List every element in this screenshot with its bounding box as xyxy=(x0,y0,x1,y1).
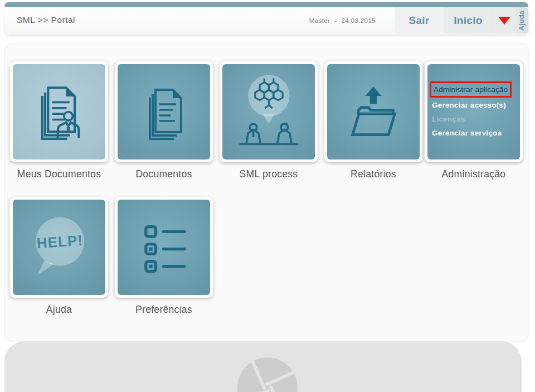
tile-label: Documentos xyxy=(111,168,217,180)
tile-label: Relatórios xyxy=(320,168,426,180)
separator: - xyxy=(334,17,337,24)
home-label: Início xyxy=(454,14,482,27)
checklist-icon xyxy=(135,219,193,277)
breadcrumb: SML >> Portal xyxy=(17,15,75,25)
tile-label: Administração xyxy=(421,168,527,180)
tile-face: HELP! xyxy=(13,200,105,295)
admin-menu-item-licencas[interactable]: Licenças xyxy=(432,114,520,124)
tile-label: SML process xyxy=(216,168,322,180)
logout-button[interactable]: Sair xyxy=(395,7,444,33)
admin-menu: Administrar aplicação Gerenciar acesso(s… xyxy=(427,64,520,159)
tile-face xyxy=(13,64,105,159)
tile-ajuda[interactable]: HELP! xyxy=(10,197,108,298)
tile-preferencias[interactable] xyxy=(115,197,213,298)
header-bar: SML >> Portal Master-24.03.2015 Sair Iní… xyxy=(4,7,528,35)
footer xyxy=(4,341,522,392)
tile-face xyxy=(118,64,210,159)
tile-documentos[interactable] xyxy=(115,61,213,162)
pinwheel-logo-icon xyxy=(231,355,304,392)
red-triangle-down-icon xyxy=(498,17,510,25)
tile-relatorios[interactable] xyxy=(324,61,422,162)
dropdown-arrow-button[interactable] xyxy=(493,7,515,33)
tile-face: Administrar aplicação Gerenciar acesso(s… xyxy=(427,64,520,159)
help-side-tab[interactable]: Ajuda xyxy=(515,7,528,33)
header-top-strip xyxy=(4,2,528,7)
admin-menu-item-administrar-aplicacao[interactable]: Administrar aplicação xyxy=(430,81,512,98)
user-date-info: Master-24.03.2015 xyxy=(307,17,378,24)
tile-administracao[interactable]: Administrar aplicação Gerenciar acesso(s… xyxy=(425,61,523,162)
logout-label: Sair xyxy=(408,14,429,27)
my-documents-icon xyxy=(30,83,88,141)
tile-label: Preferências xyxy=(111,304,217,316)
home-button[interactable]: Início xyxy=(444,7,493,33)
tile-face xyxy=(327,64,420,159)
portal-page: SML >> Portal Master-24.03.2015 Sair Iní… xyxy=(0,0,535,392)
help-tab-label: Ajuda xyxy=(518,10,526,30)
tile-sml-process[interactable] xyxy=(220,61,318,162)
footer-logo xyxy=(231,355,304,392)
documents-stack-icon xyxy=(136,84,192,140)
tile-meus-documentos[interactable] xyxy=(10,61,108,162)
admin-menu-item-gerenciar-servicos[interactable]: Gerenciar serviços xyxy=(432,128,520,138)
process-discussion-icon xyxy=(231,71,307,152)
help-text: HELP! xyxy=(36,232,83,252)
admin-menu-item-gerenciar-acessos[interactable]: Gerenciar acesso(s) xyxy=(432,100,520,110)
user-name: Master xyxy=(309,17,330,24)
tile-label: Meus Documentos xyxy=(6,168,112,180)
folder-upload-icon xyxy=(344,83,402,141)
session-date: 24.03.2015 xyxy=(341,17,376,24)
tile-label: Ajuda xyxy=(6,304,112,316)
help-bubble-icon: HELP! xyxy=(22,210,97,285)
tile-face xyxy=(118,200,210,295)
tile-face xyxy=(222,64,315,159)
